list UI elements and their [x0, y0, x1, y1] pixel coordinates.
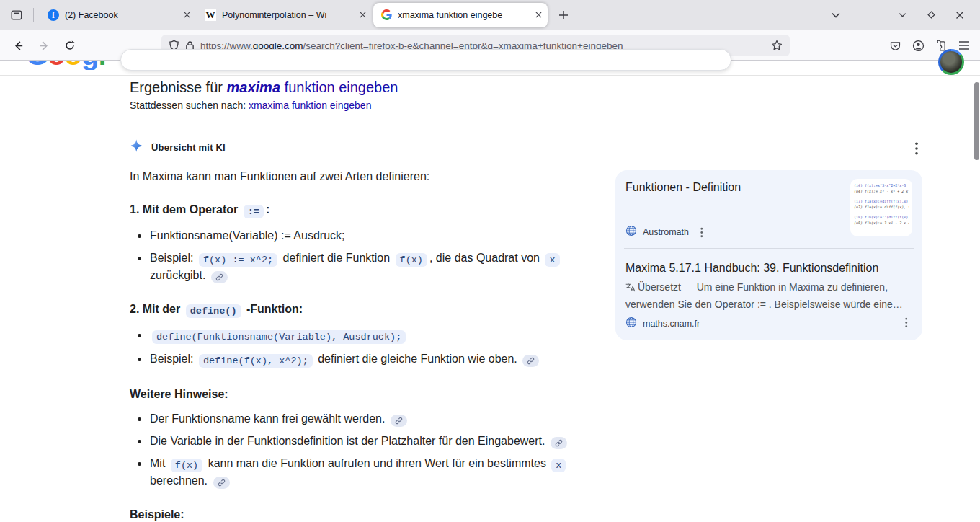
account-icon[interactable]	[906, 35, 930, 56]
thumb-line: (i7) f1a(x):=diff(f(x),x);	[854, 198, 909, 204]
search-instead-link[interactable]: xmaxima funktion eingeben	[249, 99, 371, 111]
section-heading-1: 1. Mit dem Operator :=:	[130, 203, 598, 218]
results-title-rest[interactable]: funktion eingeben	[280, 79, 398, 95]
tab-facebook[interactable]: f (2) Facebook	[40, 3, 196, 27]
citation-link-icon[interactable]	[391, 415, 407, 427]
new-tab-button[interactable]	[553, 4, 574, 26]
source-card-title[interactable]: Maxima 5.17.1 Handbuch: 39. Funktionsdef…	[625, 261, 912, 275]
page-content: Google Ergebnisse für maxima funktion ei…	[0, 61, 980, 522]
list-item: define(Funktionsname(Variable), Ausdruck…	[130, 327, 598, 345]
globe-icon	[625, 317, 637, 331]
tab-close-icon[interactable]	[184, 12, 190, 18]
list-item-text: kann man die Funktion aufrufen und ihren…	[205, 457, 549, 469]
minimize-icon[interactable]	[892, 5, 912, 25]
avatar[interactable]	[938, 49, 964, 75]
pocket-icon[interactable]	[883, 35, 906, 56]
search-input[interactable]	[120, 49, 731, 71]
bullet-list-1: Funktionsname(Variable) := Ausdruck; Bei…	[130, 228, 598, 283]
code-chip: define(Funktionsname(Variable), Ausdruck…	[152, 330, 406, 344]
list-item-text: zurückgibt.	[150, 269, 209, 281]
source-row: maths.cnam.fr	[625, 317, 700, 331]
source-card-thumbnail[interactable]: (i4) f(x):=x^3-x^2+2*x-3 (o4) f(x):= x³ …	[850, 179, 912, 236]
list-item: Beispiel: define(f(x), x^2); definiert d…	[130, 351, 598, 368]
source-more-icon[interactable]	[695, 225, 709, 239]
citation-link-icon[interactable]	[522, 355, 539, 367]
close-window-icon[interactable]	[950, 5, 970, 25]
results-title: Ergebnisse für maxima funktion eingeben	[130, 78, 598, 97]
logo-letter: g	[81, 61, 98, 70]
heading-text: 1. Mit dem Operator	[130, 203, 241, 216]
section-heading-2: 2. Mit der define() -Funktion:	[130, 302, 598, 318]
list-item-text: Die Variable in der Funktionsdefinition …	[150, 435, 548, 447]
heading-text: -Funktion:	[244, 303, 303, 315]
code-chip: define(f(x), x^2);	[199, 354, 313, 368]
results-title-query[interactable]: maxima	[227, 79, 281, 95]
source-more-icon[interactable]	[899, 315, 914, 329]
tab-label: Polynominterpolation – Wi	[222, 10, 354, 20]
logo-letter: o	[48, 61, 64, 70]
results-title-prefix: Ergebnisse für	[130, 79, 227, 95]
tab-close-icon[interactable]	[535, 12, 542, 18]
citation-link-icon[interactable]	[213, 477, 230, 489]
ai-overview-label: Übersicht mit KI	[151, 142, 226, 153]
ai-overview-more-icon[interactable]	[908, 140, 925, 157]
tab-label: (2) Facebook	[65, 10, 178, 20]
ai-intro: In Maxima kann man Funktionen auf zwei A…	[130, 169, 598, 184]
code-chip: define()	[186, 304, 241, 318]
citation-link-icon[interactable]	[551, 437, 567, 449]
section-heading-4: Beispiele:	[130, 508, 598, 522]
source-card-title[interactable]: Funktionen - Definition	[625, 180, 842, 195]
tab-close-icon[interactable]	[360, 12, 366, 18]
maximize-icon[interactable]	[921, 5, 941, 25]
list-item-text: Mit	[150, 457, 169, 469]
thumb-line: (i4) f(x):=x^3-x^2+2*x-3	[854, 182, 909, 188]
list-item-text: definiert die gleiche Funktion wie oben.	[315, 353, 521, 365]
thumb-line: (i8) f1b(x):=''(diff(f(x),x))	[854, 214, 909, 220]
ai-sources-panel: Funktionen - Definition (i4) f(x):=x^3-x…	[615, 170, 922, 340]
list-item: Beispiel: f(x) := x^2; definiert die Fun…	[130, 250, 598, 283]
browser-window: f (2) Facebook W Polynominterpolation – …	[0, 0, 980, 522]
logo-letter: G	[26, 61, 48, 70]
tab-google-search-active[interactable]: xmaxima funktion eingebe	[373, 3, 548, 27]
google-logo: Google	[26, 61, 107, 70]
logo-letter: o	[65, 61, 81, 70]
source-name[interactable]: maths.cnam.fr	[643, 319, 700, 329]
bookmark-star-icon[interactable]	[771, 40, 783, 51]
results-column: Ergebnisse für maxima funktion eingeben …	[130, 76, 598, 522]
thumb-line: (o8) f1b(x):= 3 x² - 2 x + 2	[854, 220, 909, 226]
list-all-tabs-icon[interactable]	[826, 5, 846, 25]
reload-icon[interactable]	[59, 35, 81, 56]
scrollbar-thumb[interactable]	[974, 82, 979, 160]
firefox-view-icon[interactable]	[6, 4, 27, 26]
tab-bar: f (2) Facebook W Polynominterpolation – …	[0, 0, 980, 30]
code-chip: f(x)	[171, 459, 202, 472]
list-item-text: berechnen.	[150, 474, 211, 487]
list-item: Funktionsname(Variable) := Ausdruck;	[130, 228, 598, 244]
section-heading-3: Weitere Hinweise:	[130, 387, 598, 402]
search-instead-row: Stattdessen suchen nach: xmaxima funktio…	[130, 99, 598, 112]
list-item: Die Variable in der Funktionsdefinition …	[130, 433, 598, 449]
list-item-text: Funktionsname(Variable) := Ausdruck;	[150, 229, 345, 242]
source-name[interactable]: Austromath	[643, 227, 689, 237]
card-divider	[624, 248, 914, 249]
code-chip: f(x)	[396, 253, 427, 267]
thumb-line: (o4) f(x):= x³ - x² + 2 x - 3	[854, 188, 909, 194]
ai-sparkle-icon	[130, 139, 143, 155]
tabbar-right-controls	[826, 5, 980, 25]
citation-link-icon[interactable]	[211, 271, 228, 283]
list-item: Mit f(x) kann man die Funktion aufrufen …	[130, 456, 598, 489]
wikipedia-icon: W	[205, 9, 216, 21]
list-item: Der Funktionsname kann frei gewählt werd…	[130, 411, 598, 427]
tab-separator	[33, 8, 34, 22]
forward-icon[interactable]	[33, 35, 55, 56]
search-instead-label: Stattdessen suchen nach:	[130, 99, 249, 111]
translate-icon	[625, 281, 636, 297]
logo-letter: e	[106, 61, 107, 70]
logo-letter: l	[98, 61, 105, 70]
bullet-list-3: Der Funktionsname kann frei gewählt werd…	[130, 411, 598, 489]
facebook-icon: f	[48, 9, 59, 21]
list-item-text: , die das Quadrat von	[429, 252, 543, 264]
heading-text: :	[266, 203, 270, 216]
back-icon[interactable]	[7, 35, 29, 56]
tab-wikipedia[interactable]: W Polynominterpolation – Wi	[197, 3, 372, 27]
